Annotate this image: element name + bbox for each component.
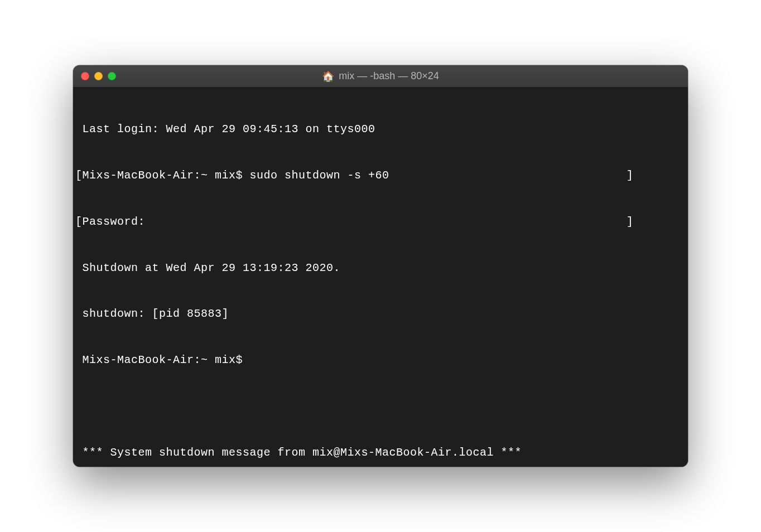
- terminal-line: Last login: Wed Apr 29 09:45:13 on ttys0…: [75, 122, 686, 137]
- terminal-line: [75, 399, 686, 414]
- window-title-text: mix — -bash — 80×24: [339, 70, 439, 82]
- terminal-line: Shutdown at Wed Apr 29 13:19:23 2020.: [75, 260, 686, 276]
- minimize-button[interactable]: [94, 72, 103, 80]
- home-icon: 🏠: [322, 71, 334, 81]
- traffic-lights: [81, 72, 116, 80]
- window-title: 🏠 mix — -bash — 80×24: [322, 70, 439, 82]
- terminal-body[interactable]: Last login: Wed Apr 29 09:45:13 on ttys0…: [73, 88, 688, 467]
- terminal-line: Mixs-MacBook-Air:~ mix$: [75, 352, 686, 368]
- terminal-line: shutdown: [pid 85883]: [75, 306, 686, 322]
- zoom-button[interactable]: [108, 72, 116, 80]
- terminal-line: [Password: ]: [75, 214, 686, 230]
- terminal-line: *** System shutdown message from mix@Mix…: [75, 445, 686, 461]
- title-bar[interactable]: 🏠 mix — -bash — 80×24: [73, 65, 688, 88]
- terminal-window: 🏠 mix — -bash — 80×24 Last login: Wed Ap…: [73, 65, 688, 467]
- terminal-line: [Mixs-MacBook-Air:~ mix$ sudo shutdown -…: [75, 168, 686, 183]
- close-button[interactable]: [81, 72, 89, 80]
